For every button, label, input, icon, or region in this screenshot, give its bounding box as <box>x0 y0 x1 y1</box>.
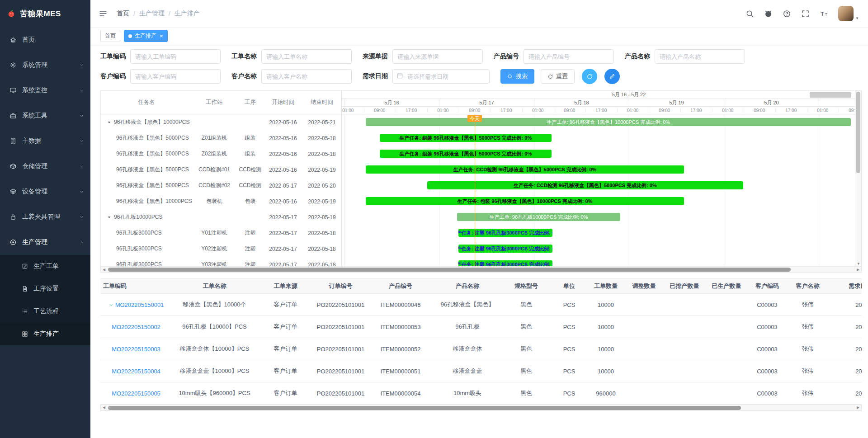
tab-close-icon[interactable]: × <box>160 33 163 39</box>
gantt-task-row[interactable]: 96孔移液盒【黑色】5000PCSZ01组装机组装2022-05-162022-… <box>101 130 341 146</box>
order-row[interactable]: MO20220515000510mm吸头【960000】PCS客户订单PO202… <box>100 382 862 405</box>
gantt-bar-task[interactable]: 生产任务: 注塑 96孔孔板3000PCS 完成比例: 0% <box>458 245 552 253</box>
gantt-task-row[interactable]: 96孔孔板3000PCSY01注塑机注塑2022-05-172022-05-18 <box>101 225 341 241</box>
help-icon[interactable] <box>783 9 791 18</box>
filter-input-2-2[interactable] <box>392 69 490 84</box>
gantt-range-scroll-handle[interactable] <box>810 92 851 98</box>
breadcrumb-item-1[interactable]: 生产管理 <box>139 9 165 18</box>
app-logo[interactable]: 苦糖果MES <box>0 0 90 27</box>
gantt-task-row[interactable]: 96孔孔板3000PCSY03注塑机注塑2022-05-172022-05-18 <box>101 257 341 266</box>
caret-down-icon[interactable] <box>107 215 112 220</box>
fullscreen-icon[interactable] <box>801 9 810 18</box>
reset-button[interactable]: 重置 <box>541 69 575 84</box>
order-code-link[interactable]: MO202205150001 <box>115 301 164 308</box>
fontsize-icon[interactable]: TT <box>820 9 828 18</box>
scroll-left-arrow[interactable]: ◀ <box>101 405 107 410</box>
gantt-task-row[interactable]: 96孔移液盒【黑色】5000PCSCCD检测#01CCD检测2022-05-16… <box>101 162 341 178</box>
filter-input-2-0[interactable] <box>130 69 221 84</box>
user-menu[interactable]: ▼ <box>838 6 859 21</box>
gantt-bar-order[interactable]: 生产工单: 96孔移液盒【黑色】10000PCS 完成比例: 0% <box>366 118 851 126</box>
gantt-cell-end: 2022-05-18 <box>302 230 341 236</box>
sidebar-subitem-1[interactable]: 工序设置 <box>0 278 90 300</box>
horizontal-scrollbar-thumb[interactable] <box>108 406 741 410</box>
page-content: 工单编码工单名称来源单据产品编号产品名称 客户编码客户名称需求日期搜索重置 任务… <box>90 45 868 438</box>
filter-input-1-0[interactable] <box>130 49 221 64</box>
sidebar-item-2[interactable]: 系统监控 <box>0 78 90 103</box>
sidebar-item-7[interactable]: 工装夹具管理 <box>0 204 90 230</box>
order-cell: 黑色 <box>501 367 551 375</box>
filter-input-1-1[interactable] <box>261 49 352 64</box>
gantt-bar-task[interactable]: 生产任务: 注塑 96孔孔板3000PCS 完成比例: 0% <box>458 229 552 237</box>
tab-0[interactable]: 首页 <box>100 30 120 42</box>
gantt-task-row[interactable]: 96孔移液盒【黑色】5000PCSCCD检测#02CCD检测2022-05-17… <box>101 178 341 193</box>
gantt-task-row[interactable]: 96孔移液盒【黑色】10000PCS包装机包装2022-05-162022-05… <box>101 193 341 209</box>
gantt-task-row[interactable]: 96孔移液盒【黑色】10000PCS2022-05-162022-05-21 <box>101 114 341 130</box>
gantt-task-row[interactable]: 96孔孔板10000PCS2022-05-172022-05-19 <box>101 209 341 225</box>
gantt-task-name: 96孔孔板3000PCS <box>101 261 192 266</box>
scroll-right-arrow[interactable]: ▶ <box>855 267 861 273</box>
gantt-hour-label: 09:00 <box>659 107 670 114</box>
gantt-task-row[interactable]: 96孔孔板3000PCSY02注塑机注塑2022-05-172022-05-18 <box>101 241 341 257</box>
filter-input-1-4[interactable] <box>655 49 745 64</box>
horizontal-scrollbar-thumb[interactable] <box>108 268 791 272</box>
filter-input-1-2[interactable] <box>392 49 483 64</box>
sidebar-item-0[interactable]: 首页 <box>0 27 90 52</box>
order-row[interactable]: MO202205150001移液盒【黑色】10000个客户订单PO2022051… <box>100 294 862 316</box>
gantt-bar-task[interactable]: 生产任务: 注塑 96孔孔板3000PCS 完成比例: 0% <box>458 260 552 266</box>
order-code-link[interactable]: MO202205150004 <box>112 368 160 375</box>
hour-separator <box>807 108 807 113</box>
order-row[interactable]: MO202205150004移液盒盒盖【10000】PCS客户订单PO20220… <box>100 360 862 382</box>
sidebar-item-5[interactable]: 仓储管理 <box>0 154 90 179</box>
caret-down-icon[interactable] <box>107 120 112 125</box>
sidebar-item-6[interactable]: 设备管理 <box>0 179 90 204</box>
gantt-column-header: 结束时间 <box>302 99 342 106</box>
sidebar-subitem-0[interactable]: 生产工单 <box>0 255 90 278</box>
sidebar-subitem-2[interactable]: 工艺流程 <box>0 300 90 323</box>
order-cell: 960000 <box>587 390 624 397</box>
sidebar-menu: 首页系统管理系统监控系统工具主数据仓储管理设备管理工装夹具管理生产管理生产工单工… <box>0 27 90 438</box>
breadcrumb-item-0[interactable]: 首页 <box>117 9 129 18</box>
refresh-circle-button[interactable] <box>582 69 597 84</box>
sidebar-item-label: 仓储管理 <box>22 162 74 170</box>
order-code-link[interactable]: MO202205150002 <box>112 324 160 330</box>
order-code-link[interactable]: MO202205150003 <box>112 346 160 353</box>
scroll-left-arrow[interactable]: ◀ <box>101 267 107 273</box>
filter-input-2-1[interactable] <box>261 69 352 84</box>
filter-input-1-3[interactable] <box>524 49 614 64</box>
order-row[interactable]: MO20220515000296孔孔板【10000】PCS客户订单PO20220… <box>100 316 862 338</box>
search-icon[interactable] <box>745 9 754 18</box>
chevron-down-icon[interactable] <box>108 302 114 308</box>
gantt-horizontal-scrollbar: ◀ ▶ <box>100 267 862 273</box>
gantt-bar-task[interactable]: 生产任务: CCD检测 96孔移液盒【黑色】5000PCS 完成比例: 0% <box>366 165 684 174</box>
search-button[interactable]: 搜索 <box>500 69 534 84</box>
scroll-right-arrow[interactable]: ▶ <box>855 405 861 410</box>
gantt-bar-task[interactable]: 生产任务: 包装 96孔移液盒【黑色】10000PCS 完成比例: 0% <box>366 197 684 205</box>
gantt-gridline <box>819 114 819 266</box>
sidebar-item-1[interactable]: 系统管理 <box>0 52 90 78</box>
sidebar-item-8[interactable]: 生产管理 <box>0 230 90 255</box>
gantt-task-row[interactable]: 96孔移液盒【黑色】5000PCSZ02组装机组装2022-05-162022-… <box>101 146 341 162</box>
sidebar-subitem-3[interactable]: 生产排产 <box>0 323 90 345</box>
sidebar-item-4[interactable]: 主数据 <box>0 128 90 154</box>
gantt-bar-task[interactable]: 生产任务: 组装 96孔移液盒【黑色】5000PCS 完成比例: 0% <box>380 150 552 158</box>
scroll-down-arrow[interactable]: ▼ <box>855 262 862 266</box>
tab-1[interactable]: 生产排产× <box>124 30 168 42</box>
gantt-hour-label: 01:00 <box>817 107 828 114</box>
order-cell: 黑色 <box>501 323 551 331</box>
order-cell: C00003 <box>748 324 787 330</box>
gantt-task-name: 96孔移液盒【黑色】10000PCS <box>101 118 192 126</box>
edit-circle-button[interactable] <box>604 69 620 84</box>
hour-separator <box>712 108 712 113</box>
order-cell: 96孔孔板【10000】PCS <box>172 323 257 331</box>
sidebar-item-3[interactable]: 系统工具 <box>0 103 90 128</box>
gantt-bar-task[interactable]: 生产任务: 组装 96孔移液盒【黑色】5000PCS 完成比例: 0% <box>380 134 552 142</box>
vertical-scrollbar-thumb[interactable] <box>856 92 860 173</box>
github-icon[interactable] <box>764 9 773 18</box>
order-row[interactable]: MO202205150003移液盒盒体【10000】PCS客户订单PO20220… <box>100 338 862 360</box>
gantt-bar-order[interactable]: 生产工单: 96孔孔板10000PCS 完成比例: 0% <box>457 213 620 221</box>
svg-text:T: T <box>825 12 827 17</box>
breadcrumb-item-2[interactable]: 生产排产 <box>175 9 200 18</box>
order-cell: PO202205101001 <box>314 346 368 353</box>
order-code-link[interactable]: MO202205150005 <box>112 390 160 397</box>
sidebar-toggle-hamburger-icon[interactable] <box>99 9 108 19</box>
